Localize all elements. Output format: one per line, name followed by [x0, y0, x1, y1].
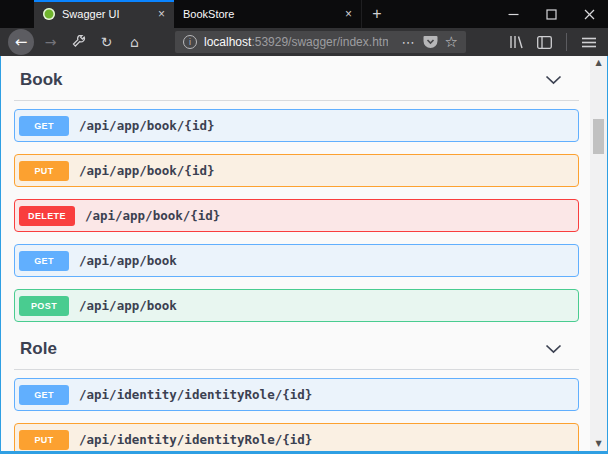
back-icon: ← — [15, 33, 28, 51]
endpoint-row[interactable]: PUT /api/identity/identityRole/{id} — [14, 423, 579, 451]
method-badge: PUT — [19, 161, 69, 181]
titlebar-spacer — [0, 0, 34, 28]
endpoint-path: /api/app/book/{id} — [79, 163, 214, 178]
chevron-down-icon[interactable] — [545, 75, 562, 85]
section-title: Role — [20, 339, 57, 359]
close-button[interactable] — [570, 0, 608, 28]
refresh-button[interactable]: ↻ — [95, 30, 118, 54]
browser-window: Swagger UI × BookStore × + ← → ↻ — [0, 0, 608, 454]
method-badge: GET — [19, 385, 69, 405]
forward-icon: → — [45, 34, 57, 50]
endpoint-path: /api/app/book/{id} — [85, 208, 220, 223]
scrollbar-thumb[interactable] — [593, 119, 604, 154]
site-info-icon[interactable]: i — [183, 35, 197, 49]
endpoint-row[interactable]: GET /api/app/book/{id} — [14, 109, 579, 142]
minimize-button[interactable] — [494, 0, 532, 28]
url-text: localhost:53929/swagger/index.html — [204, 35, 388, 49]
vertical-scrollbar[interactable]: ▲ ▼ — [590, 56, 607, 451]
browser-viewport: Book GET /api/app/book/{id} PUT /api/app… — [0, 56, 608, 454]
close-icon — [584, 9, 595, 20]
section-divider — [14, 369, 579, 370]
forward-button[interactable]: → — [39, 30, 62, 54]
endpoint-path: /api/identity/identityRole/{id} — [79, 387, 312, 402]
tab-bookstore[interactable]: BookStore × — [174, 0, 362, 28]
endpoint-path: /api/identity/identityRole/{id} — [79, 432, 312, 447]
bookmark-star-button[interactable]: ☆ — [445, 33, 458, 51]
endpoint-row[interactable]: PUT /api/app/book/{id} — [14, 154, 579, 187]
section-divider — [14, 100, 579, 101]
method-badge: PUT — [19, 430, 69, 450]
maximize-button[interactable] — [532, 0, 570, 28]
endpoint-row[interactable]: GET /api/identity/identityRole/{id} — [14, 378, 579, 411]
endpoint-path: /api/app/book — [79, 298, 177, 313]
tab-title: BookStore — [183, 8, 338, 20]
window-controls — [494, 0, 608, 28]
minimize-icon — [508, 9, 519, 20]
sidebar-icon — [537, 36, 552, 49]
endpoint-row[interactable]: POST /api/app/book — [14, 289, 579, 322]
back-button[interactable]: ← — [8, 29, 34, 55]
new-tab-button[interactable]: + — [362, 0, 392, 28]
url-bar[interactable]: i localhost:53929/swagger/index.html ⋯ ☆ — [175, 31, 466, 53]
titlebar-drag-area — [392, 0, 494, 28]
method-badge: POST — [19, 296, 69, 316]
maximize-icon — [546, 9, 557, 20]
pocket-icon — [423, 35, 438, 49]
swagger-page: Book GET /api/app/book/{id} PUT /api/app… — [1, 56, 590, 451]
scroll-up-arrow-icon[interactable]: ▲ — [595, 59, 601, 67]
url-host: localhost — [204, 35, 251, 49]
endpoint-row[interactable]: DELETE /api/app/book/{id} — [14, 199, 579, 232]
section-header-book[interactable]: Book — [14, 70, 579, 90]
developer-tools-button[interactable] — [67, 30, 90, 54]
endpoint-path: /api/app/book — [79, 253, 177, 268]
method-badge: GET — [19, 251, 69, 271]
tab-close-icon[interactable]: × — [345, 8, 352, 20]
swagger-favicon-icon — [43, 8, 55, 20]
navigation-toolbar: ← → ↻ ⌂ i localhost:53929/swagger/index.… — [0, 28, 608, 56]
toolbar-separator — [566, 33, 567, 51]
home-button[interactable]: ⌂ — [123, 30, 146, 54]
page-actions-button[interactable]: ⋯ — [402, 35, 416, 50]
refresh-icon: ↻ — [101, 34, 113, 50]
endpoint-path: /api/app/book/{id} — [79, 118, 214, 133]
library-icon — [509, 35, 524, 49]
hamburger-icon — [582, 37, 596, 48]
tab-bar: Swagger UI × BookStore × + — [0, 0, 608, 28]
tab-title: Swagger UI — [62, 8, 151, 20]
scroll-down-arrow-icon[interactable]: ▼ — [595, 440, 601, 448]
section-title: Book — [20, 70, 63, 90]
pocket-button[interactable] — [423, 35, 438, 49]
menu-button[interactable] — [577, 30, 600, 54]
sidebar-button[interactable] — [533, 30, 556, 54]
url-path: :53929/swagger/index.html — [251, 35, 387, 49]
tab-close-icon[interactable]: × — [158, 8, 165, 20]
home-icon: ⌂ — [130, 34, 139, 50]
endpoint-row[interactable]: GET /api/app/book — [14, 244, 579, 277]
method-badge: DELETE — [19, 206, 75, 226]
tab-swagger-ui[interactable]: Swagger UI × — [34, 0, 174, 28]
wrench-icon — [72, 35, 86, 49]
library-button[interactable] — [505, 30, 528, 54]
chevron-down-icon[interactable] — [545, 344, 562, 354]
method-badge: GET — [19, 116, 69, 136]
section-header-role[interactable]: Role — [14, 339, 579, 359]
